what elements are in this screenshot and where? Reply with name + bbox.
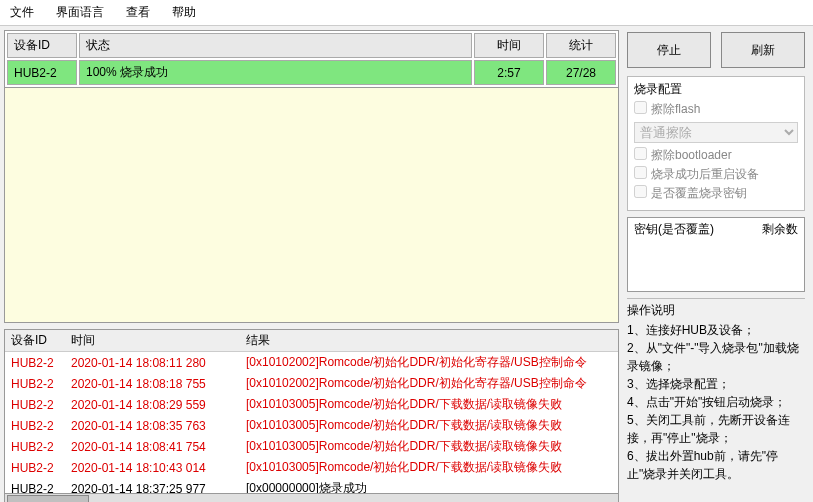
col-time: 时间: [474, 33, 544, 58]
stop-button[interactable]: 停止: [627, 32, 711, 68]
log-row[interactable]: HUB2-22020-01-14 18:08:18 755[0x10102002…: [5, 373, 618, 394]
log-col-id: 设备ID: [5, 330, 65, 352]
refresh-button[interactable]: 刷新: [721, 32, 805, 68]
burn-config-panel: 烧录配置 擦除flash 普通擦除 擦除bootloader 烧录成功后重启设备…: [627, 76, 805, 211]
key-table: 密钥(是否覆盖) 剩余数: [627, 217, 805, 292]
cfg-erase-mode[interactable]: 普通擦除: [634, 122, 798, 143]
col-device-id: 设备ID: [7, 33, 77, 58]
operation-guide: 操作说明 1、连接好HUB及设备；2、从"文件"-"导入烧录包"加载烧录镜像；3…: [627, 298, 805, 483]
menu-bar: 文件 界面语言 查看 帮助: [0, 0, 813, 26]
log-row[interactable]: HUB2-22020-01-14 18:37:25 977[0x00000000…: [5, 478, 618, 494]
cfg-erase-flash[interactable]: 擦除flash: [634, 101, 798, 118]
device-empty-area: [4, 88, 619, 323]
ops-step: 3、选择烧录配置；: [627, 375, 805, 393]
log-row[interactable]: HUB2-22020-01-14 18:08:29 559[0x10103005…: [5, 394, 618, 415]
ops-step: 5、关闭工具前，先断开设备连接，再"停止"烧录；: [627, 411, 805, 447]
col-status: 状态: [79, 33, 472, 58]
ops-title: 操作说明: [627, 301, 805, 319]
menu-view[interactable]: 查看: [122, 2, 154, 23]
col-stat: 统计: [546, 33, 616, 58]
ops-step: 1、连接好HUB及设备；: [627, 321, 805, 339]
device-status-table: 设备ID 状态 时间 统计 HUB2-2100% 烧录成功2:5727/28: [4, 30, 619, 88]
key-col-overwrite: 密钥(是否覆盖): [634, 221, 762, 238]
cfg-title: 烧录配置: [634, 81, 798, 98]
log-col-time: 时间: [65, 330, 240, 352]
menu-lang[interactable]: 界面语言: [52, 2, 108, 23]
log-scrollbar[interactable]: [4, 494, 619, 502]
cfg-reboot[interactable]: 烧录成功后重启设备: [634, 166, 798, 183]
log-row[interactable]: HUB2-22020-01-14 18:08:11 280[0x10102002…: [5, 352, 618, 374]
ops-step: 6、拔出外置hub前，请先"停止"烧录并关闭工具。: [627, 447, 805, 483]
log-row[interactable]: HUB2-22020-01-14 18:10:43 014[0x10103005…: [5, 457, 618, 478]
ops-step: 4、点击"开始"按钮启动烧录；: [627, 393, 805, 411]
cfg-overwrite-key[interactable]: 是否覆盖烧录密钥: [634, 185, 798, 202]
device-row[interactable]: HUB2-2100% 烧录成功2:5727/28: [7, 60, 616, 85]
ops-step: 2、从"文件"-"导入烧录包"加载烧录镜像；: [627, 339, 805, 375]
key-col-remaining: 剩余数: [762, 221, 798, 238]
cfg-erase-bootloader[interactable]: 擦除bootloader: [634, 147, 798, 164]
log-row[interactable]: HUB2-22020-01-14 18:08:41 754[0x10103005…: [5, 436, 618, 457]
menu-file[interactable]: 文件: [6, 2, 38, 23]
log-col-result: 结果: [240, 330, 618, 352]
menu-help[interactable]: 帮助: [168, 2, 200, 23]
log-row[interactable]: HUB2-22020-01-14 18:08:35 763[0x10103005…: [5, 415, 618, 436]
log-panel[interactable]: 设备ID 时间 结果 HUB2-22020-01-14 18:08:11 280…: [4, 329, 619, 494]
